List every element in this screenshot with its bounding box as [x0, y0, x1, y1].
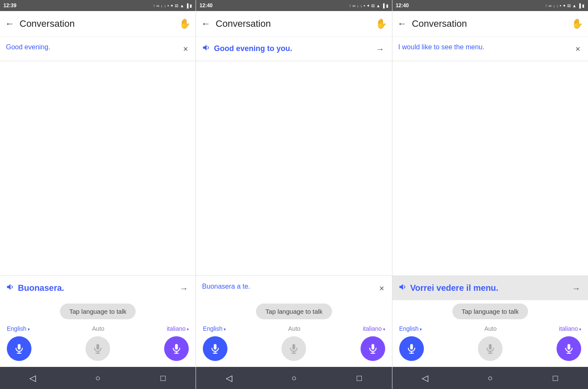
- status-time: 12:40: [396, 3, 409, 9]
- back-button[interactable]: ←: [201, 18, 210, 29]
- bottom-translation-content: Vorrei vedere il menu.: [398, 283, 570, 293]
- close-button[interactable]: ×: [378, 283, 386, 294]
- back-button[interactable]: ←: [398, 18, 407, 29]
- app-bar: ← Conversation ✋: [392, 11, 588, 37]
- dot-icon: •: [364, 3, 365, 8]
- nav-bar: ◁ ○ □: [196, 367, 392, 389]
- english-mic-button[interactable]: [203, 336, 227, 361]
- bluetooth-icon: ✦: [366, 3, 370, 8]
- hand-icon[interactable]: ✋: [375, 18, 387, 29]
- svg-rect-11: [214, 344, 217, 349]
- auto-label: Auto: [484, 325, 497, 332]
- top-translation-text: Good evening to you.: [214, 44, 292, 53]
- battery-icon: ▮: [582, 3, 585, 8]
- auto-label: Auto: [288, 325, 301, 332]
- english-dropdown-icon[interactable]: ▾: [26, 327, 30, 332]
- italiano-dropdown-icon[interactable]: ▾: [578, 327, 581, 332]
- sound-icon[interactable]: [202, 43, 210, 54]
- sound-icon[interactable]: [398, 283, 407, 293]
- home-nav-button[interactable]: ○: [285, 369, 302, 386]
- nav-bar: ◁ ○ □: [392, 367, 588, 389]
- mic-row: [0, 334, 196, 367]
- tap-language-container: Tap language to talk: [392, 300, 588, 322]
- download-icon: ↓: [161, 3, 163, 8]
- close-button[interactable]: ×: [574, 43, 582, 55]
- svg-rect-24: [489, 344, 492, 349]
- italiano-dropdown-icon[interactable]: ▾: [382, 327, 385, 332]
- english-dropdown-icon[interactable]: ▾: [222, 327, 226, 332]
- english-label[interactable]: English ▾: [203, 325, 226, 332]
- svg-marker-0: [7, 284, 11, 290]
- download2-icon: ↓: [556, 3, 558, 8]
- hand-icon[interactable]: ✋: [179, 18, 190, 29]
- dot-icon: •: [168, 3, 169, 8]
- auto-mic-button[interactable]: [281, 336, 306, 361]
- top-translation-text: I would like to see the menu.: [398, 43, 485, 51]
- wifi-icon: ▲: [376, 3, 381, 8]
- auto-mic-button[interactable]: [478, 336, 503, 361]
- status-time: 12:39: [3, 3, 17, 9]
- svg-rect-21: [410, 344, 413, 349]
- english-mic-button[interactable]: [399, 336, 424, 361]
- language-bar: English ▾ Auto italiano ▾: [196, 322, 392, 334]
- app-title: Conversation: [412, 18, 571, 29]
- mic-row: [392, 334, 588, 367]
- download-icon: ↓: [357, 3, 359, 8]
- status-bar: 12:40 ↑ ∞ ↓ ↓ • ✦ ▤ ▲ ▐ ▮: [392, 0, 588, 11]
- language-bar: English ▾ Auto italiano ▾: [0, 322, 196, 334]
- close-button[interactable]: ×: [182, 43, 190, 55]
- italiano-label[interactable]: italiano ▾: [167, 325, 189, 332]
- svg-marker-10: [203, 45, 207, 50]
- download2-icon: ↓: [164, 3, 166, 8]
- italiano-dropdown-icon[interactable]: ▾: [186, 327, 189, 332]
- hand-icon[interactable]: ✋: [571, 18, 583, 29]
- bluetooth-icon: ✦: [170, 3, 173, 8]
- arrow-button[interactable]: →: [374, 43, 386, 55]
- arrow-button[interactable]: →: [570, 283, 582, 294]
- tap-language-bubble: Tap language to talk: [256, 304, 332, 319]
- phone-panel-3: 12:40 ↑ ∞ ↓ ↓ • ✦ ▤ ▲ ▐ ▮ ← Conversation…: [392, 0, 588, 389]
- vibrate-icon: ▤: [371, 3, 375, 8]
- auto-mic-button[interactable]: [85, 336, 110, 361]
- battery-icon: ▮: [386, 3, 389, 8]
- recent-nav-button[interactable]: □: [547, 369, 564, 386]
- bottom-translation: Buonasera. →: [0, 275, 196, 300]
- svg-rect-7: [175, 344, 178, 349]
- sound-icon[interactable]: [6, 283, 14, 293]
- arrow-button[interactable]: →: [178, 283, 190, 294]
- top-translation-content: Good evening to you.: [202, 43, 374, 54]
- back-nav-button[interactable]: ◁: [24, 369, 41, 386]
- italiano-mic-button[interactable]: [557, 336, 581, 361]
- english-dropdown-icon[interactable]: ▾: [419, 327, 422, 332]
- back-nav-button[interactable]: ◁: [220, 369, 237, 386]
- download-icon: ↓: [553, 3, 555, 8]
- svg-marker-20: [399, 284, 403, 290]
- english-label[interactable]: English ▾: [7, 325, 30, 332]
- conversation-area: Good evening. × Buonasera. →: [0, 37, 196, 300]
- status-icons: ↑ ∞ ↓ ↓ • ✦ ▤ ▲ ▐ ▮: [153, 3, 193, 8]
- back-nav-button[interactable]: ◁: [416, 369, 433, 386]
- recent-nav-button[interactable]: □: [155, 369, 172, 386]
- wifi-icon: ▲: [180, 3, 184, 8]
- phone-panel-1: 12:39 ↑ ∞ ↓ ↓ • ✦ ▤ ▲ ▐ ▮ ← Conversation…: [0, 0, 196, 389]
- home-nav-button[interactable]: ○: [89, 369, 106, 386]
- italiano-label[interactable]: italiano ▾: [559, 325, 581, 332]
- back-button[interactable]: ←: [5, 18, 14, 29]
- middle-space: [0, 61, 196, 275]
- battery-icon: ▮: [190, 3, 192, 8]
- italiano-label[interactable]: italiano ▾: [363, 325, 385, 332]
- italiano-mic-button[interactable]: [361, 336, 385, 361]
- italiano-mic-button[interactable]: [164, 336, 189, 361]
- english-label[interactable]: English ▾: [399, 325, 422, 332]
- top-translation: Good evening. ×: [0, 37, 196, 61]
- recent-nav-button[interactable]: □: [351, 369, 368, 386]
- english-mic-button[interactable]: [7, 336, 31, 361]
- conversation-area: Good evening to you. → Buonasera a te. ×: [196, 37, 392, 300]
- top-translation-text: Good evening.: [6, 43, 50, 51]
- vibrate-icon: ▤: [567, 3, 571, 8]
- app-bar: ← Conversation ✋: [196, 11, 392, 37]
- home-nav-button[interactable]: ○: [482, 369, 499, 386]
- signal-icon: ▐: [578, 3, 581, 8]
- tap-language-bubble: Tap language to talk: [60, 304, 136, 319]
- upload-icon: ↑: [349, 3, 351, 8]
